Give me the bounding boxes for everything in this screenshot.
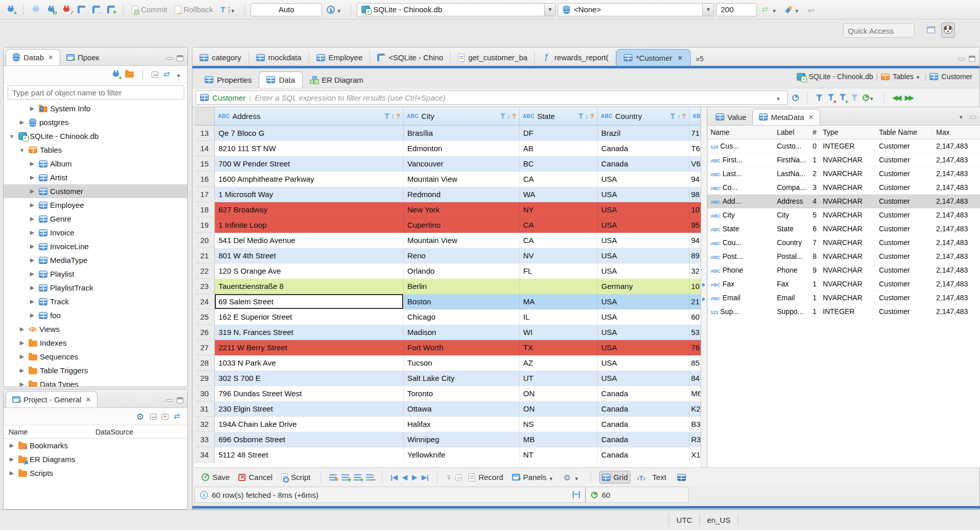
collapse-all-icon[interactable] xyxy=(152,71,158,78)
cell-address[interactable]: 796 Dundas Street West xyxy=(215,386,404,401)
metadata-row[interactable]: 123Cus... Custo... 0 INTEGER Customer 2,… xyxy=(707,139,980,153)
table-row[interactable]: 21 801 W 4th Street Reno NV USA 89 xyxy=(194,248,701,263)
script-button[interactable]: Script xyxy=(279,471,312,483)
tree-item[interactable]: ▶ Playlist xyxy=(4,267,187,281)
cell-max-length[interactable]: 2,147,483 xyxy=(933,156,980,164)
cell-column-name[interactable]: ABCPhone xyxy=(707,266,774,274)
editor-tab[interactable]: Employee ✕ xyxy=(309,49,371,66)
row-number[interactable]: 27 xyxy=(194,340,215,355)
cell-postal-partial[interactable]: T6 xyxy=(690,141,701,156)
row-number[interactable]: 33 xyxy=(194,432,215,447)
save-button[interactable]: Save xyxy=(200,471,232,483)
cell-table-name[interactable]: Customer xyxy=(876,266,933,274)
cell-number[interactable]: 1 xyxy=(812,294,820,302)
cell-type[interactable]: NVARCHAR xyxy=(820,170,876,178)
sync-connection-button[interactable] xyxy=(759,4,780,15)
new-sql-editor-button[interactable] xyxy=(75,4,88,15)
cell-number[interactable]: 5 xyxy=(812,211,820,219)
metadata-row[interactable]: ABCFirst... FirstNa... 1 NVARCHAR Custom… xyxy=(707,153,980,167)
cell-max-length[interactable]: 2,147,483 xyxy=(933,238,980,247)
expand-arrow-icon[interactable]: ▶ xyxy=(18,367,26,374)
database-combo[interactable]: SQLite - Chinook.db ▼ xyxy=(357,3,556,16)
project-item[interactable]: ▶ Bookmarks xyxy=(4,439,187,452)
cell-state[interactable]: NV xyxy=(520,248,598,263)
cell-number[interactable]: 0 xyxy=(812,142,820,150)
cell-address[interactable]: 319 N. Frances Street xyxy=(215,325,404,340)
cell-number[interactable]: 4 xyxy=(812,197,820,205)
cell-country[interactable]: Canada xyxy=(598,447,690,463)
cell-table-name[interactable]: Customer xyxy=(876,197,933,205)
filter-expression-input[interactable] xyxy=(255,93,773,102)
cell-address[interactable]: 801 W 4th Street xyxy=(215,248,404,263)
metadata-row[interactable]: ABCCity City 5 NVARCHAR Customer 2,147,4… xyxy=(707,208,980,222)
select-row-icon[interactable] xyxy=(455,474,462,480)
cell-table-name[interactable]: Customer xyxy=(876,294,933,302)
panel-menu-icon[interactable] xyxy=(960,112,965,120)
editor-tab[interactable]: category ✕ xyxy=(192,49,249,66)
cell-country[interactable]: USA xyxy=(598,172,690,187)
table-row[interactable]: 26 319 N. Frances Street Madison WI USA … xyxy=(194,325,701,340)
table-row[interactable]: 14 8210 111 ST NW Edmonton AB Canada T6 xyxy=(194,141,701,156)
cell-state[interactable]: ON xyxy=(520,401,598,417)
commit-button[interactable]: Commit xyxy=(129,4,170,15)
cell-number[interactable]: 7 xyxy=(812,238,820,247)
cell-column-name[interactable]: ABCCou... xyxy=(707,238,774,247)
rollback-button[interactable]: Rollback xyxy=(172,4,216,15)
cell-postal-partial[interactable]: R3 xyxy=(690,432,701,447)
cell-label[interactable]: Country xyxy=(774,238,812,247)
tree-item[interactable]: ▶ MediaType xyxy=(4,253,187,267)
link-with-editor-icon[interactable] xyxy=(163,70,172,79)
column-header-city[interactable]: ABC City ↕? xyxy=(404,107,520,125)
open-sql-editor-button[interactable] xyxy=(90,4,103,15)
cell-table-name[interactable]: Customer xyxy=(876,170,933,178)
cell-column-name[interactable]: ABCLast... xyxy=(707,170,774,178)
cell-city[interactable]: Reno xyxy=(404,248,520,263)
cell-country[interactable]: USA xyxy=(598,355,690,371)
expand-arrow-icon[interactable]: ▶ xyxy=(28,215,36,222)
cell-state[interactable]: MA xyxy=(520,294,598,309)
metadata-row[interactable]: ABCEmail Email 1 NVARCHAR Customer 2,147… xyxy=(707,291,980,305)
column-header-address[interactable]: ABC Address ↕? xyxy=(215,107,404,125)
cell-postal-partial[interactable]: 94 xyxy=(690,172,701,187)
expand-arrow-icon[interactable]: ▶ xyxy=(18,381,26,387)
sql-format-button[interactable] xyxy=(782,4,803,15)
cell-address[interactable]: 700 W Pender Street xyxy=(215,156,404,172)
row-number[interactable]: 30 xyxy=(194,386,215,401)
row-number[interactable]: 26 xyxy=(194,325,215,340)
expand-arrow-icon[interactable]: ▶ xyxy=(8,442,16,449)
fetch-size-input[interactable]: 200 xyxy=(716,3,757,16)
row-number[interactable]: 17 xyxy=(194,187,215,202)
row-number[interactable]: 23 xyxy=(194,279,215,294)
tree-item[interactable]: ▶ InvoiceLine xyxy=(4,239,187,253)
cell-column-name[interactable]: ABCPost... xyxy=(707,252,774,260)
row-number[interactable]: 32 xyxy=(194,417,215,432)
editor-subtab[interactable]: ER Diagram xyxy=(303,71,371,88)
expand-arrow-icon[interactable]: ▶ xyxy=(28,160,36,167)
cell-address[interactable]: 1 Microsoft Way xyxy=(215,187,404,202)
table-row[interactable]: 13 Qe 7 Bloco G Brasília DF Brazil 71 xyxy=(194,126,701,141)
dropdown-arrow-icon[interactable]: ▼ xyxy=(702,4,714,16)
cell-label[interactable]: Compa... xyxy=(774,183,812,191)
cancel-button[interactable]: Cancel xyxy=(236,471,275,483)
minimize-icon[interactable] xyxy=(166,57,173,60)
tree-item[interactable]: ▶ Album xyxy=(4,157,187,171)
tree-item[interactable]: ▶ Data Types xyxy=(4,377,187,387)
cell-country[interactable]: USA xyxy=(598,340,690,355)
cell-type[interactable]: INTEGER xyxy=(820,307,876,316)
tab-value[interactable]: Value xyxy=(709,109,752,125)
tab-overflow-indicator[interactable]: »5 xyxy=(696,55,704,63)
expand-arrow-icon[interactable]: ▶ xyxy=(18,119,26,126)
cell-number[interactable]: 1 xyxy=(812,280,820,288)
filter-icon[interactable] xyxy=(500,113,506,119)
expand-arrow-icon[interactable]: ▶ xyxy=(18,326,26,332)
cell-postal-partial[interactable]: 98 xyxy=(690,187,701,202)
cell-postal-partial[interactable]: 94 xyxy=(690,233,701,248)
tree-item[interactable]: ▶ Employee xyxy=(4,198,187,212)
tab-project-general[interactable]: Project - General ✕ xyxy=(6,391,97,407)
cell-max-length[interactable]: 2,147,483 xyxy=(933,142,980,150)
last-row-button[interactable]: ▶| xyxy=(422,473,429,481)
breadcrumb-tables[interactable]: Tables xyxy=(893,73,913,81)
cell-label[interactable]: Phone xyxy=(774,266,812,274)
cell-column-name[interactable]: ABCFax xyxy=(707,280,774,288)
link-with-editor-icon[interactable] xyxy=(174,413,182,421)
